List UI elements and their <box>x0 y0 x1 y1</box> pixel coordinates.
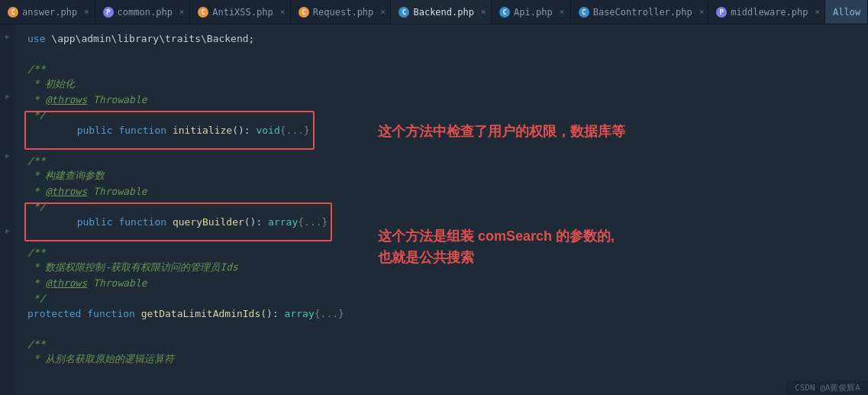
tab-bar: C answer.php × P common.php × C AntiXSS.… <box>0 0 868 24</box>
fn-getdatalimit: getDataLimitAdminIds <box>141 308 261 319</box>
comment-query: * 构建查询参数 <box>27 169 105 183</box>
tab-api[interactable]: C Api.php × <box>492 0 571 24</box>
tab-basecontroller[interactable]: C BaseController.php × <box>571 0 709 24</box>
tab-close-api[interactable]: × <box>560 7 565 17</box>
code-line-use: use \app\admin\library\traits\Backend; <box>15 31 868 46</box>
ty-array: array <box>285 308 315 319</box>
collapsed-body3: {...} <box>315 308 344 319</box>
code-line-comment1: /** <box>15 61 868 76</box>
tab-close-request[interactable]: × <box>380 7 386 17</box>
code-line-comment9: /** <box>15 244 868 260</box>
comment-datalimit: * 数据权限控制-获取有权限访问的管理员Ids <box>27 261 238 274</box>
tab-answer[interactable]: C answer.php × <box>0 0 95 24</box>
code-line-comment6: * 构建查询参数 <box>15 168 868 183</box>
code-line-initialize: public function initialize(): void{...} <box>15 122 868 138</box>
tab-close-answer[interactable]: × <box>84 7 89 17</box>
code-line-comment3: * @throws Throwable <box>15 92 868 107</box>
initialize-highlight: public function initialize(): void{...} <box>24 111 315 150</box>
tab-icon-backend: C <box>399 7 409 18</box>
kw-protected: protected <box>27 308 81 319</box>
code-line-blank4 <box>15 321 868 336</box>
tab-icon-api: C <box>499 7 510 18</box>
comment-throws1: * @throws Throwable <box>27 94 147 105</box>
comment-close3: */ <box>27 293 45 304</box>
comment-open1: /** <box>27 63 45 75</box>
fold-icon-3[interactable]: ▶ <box>2 150 13 160</box>
side-icons: ▶ ▶ ▶ ▶ <box>0 24 15 395</box>
code-text-use: use \app\admin\library\traits\Backend; <box>27 33 254 44</box>
tab-request[interactable]: C Request.php × <box>291 0 392 24</box>
comment-logic: * 从别名获取原始的逻辑运算符 <box>27 352 174 366</box>
bottom-bar-text: CSDN @A黄俊辉A <box>795 383 860 393</box>
code-line-comment7: * @throws Throwable <box>15 183 868 199</box>
code-line-comment10: * 数据权限控制-获取有权限访问的管理员Ids <box>15 260 868 275</box>
tab-label-allow: Allow <box>833 7 860 18</box>
tab-middleware[interactable]: P middleware.php × <box>708 0 825 24</box>
fold-icon-1[interactable]: ▶ <box>2 31 13 41</box>
tab-label-backend: Backend.php <box>413 7 473 18</box>
querybuilder-highlight: public function queryBuilder(): array{..… <box>24 202 332 241</box>
comment-open2: /** <box>27 155 45 167</box>
code-line-querybuilder: public function queryBuilder(): array{..… <box>15 214 868 229</box>
comment-init: * 初始化 <box>27 77 75 91</box>
fold-icon-4[interactable]: ▶ <box>2 225 13 235</box>
tab-icon-middleware: P <box>716 7 727 18</box>
code-line-comment5: /** <box>15 153 868 168</box>
tab-antixss[interactable]: C AntiXSS.php × <box>190 0 291 24</box>
code-area: use \app\admin\library\traits\Backend; /… <box>15 24 868 395</box>
code-line-getdatalimit: protected function getDataLimitAdminIds … <box>15 306 868 321</box>
tab-icon-antixss: C <box>198 7 208 18</box>
code-line-comment13: /** <box>15 336 868 351</box>
tab-icon-basecontroller: C <box>579 7 589 18</box>
comment-throws2: * @throws Throwable <box>27 186 147 197</box>
tab-close-backend[interactable]: × <box>481 7 486 17</box>
tab-close-common[interactable]: × <box>179 7 185 17</box>
comment-open4: /** <box>27 338 45 350</box>
code-line-comment2: * 初始化 <box>15 76 868 92</box>
tab-label-common: common.php <box>118 7 173 18</box>
tab-label-answer: answer.php <box>22 7 77 18</box>
code-line-comment14: * 从别名获取原始的逻辑运算符 <box>15 351 868 367</box>
tab-label-api: Api.php <box>514 7 553 18</box>
tab-label-basecontroller: BaseController.php <box>593 7 692 18</box>
comment-open3: /** <box>27 247 45 258</box>
code-line-comment12: */ <box>15 290 868 306</box>
code-line-blank1 <box>15 46 868 61</box>
tab-common[interactable]: P common.php × <box>95 0 191 24</box>
tab-label-antixss: AntiXSS.php <box>212 7 273 18</box>
comment-throws3: * @throws Throwable <box>27 277 147 289</box>
tab-allow[interactable]: Allow <box>825 0 868 24</box>
main-area: ▶ ▶ ▶ ▶ use \app\admin\library\traits\Ba… <box>0 24 868 395</box>
tab-label-request: Request.php <box>313 7 373 18</box>
bottom-bar: CSDN @A黄俊辉A <box>787 380 868 395</box>
tab-close-middleware[interactable]: × <box>815 7 820 17</box>
tab-backend[interactable]: C Backend.php × <box>391 0 492 24</box>
tab-close-antixss[interactable]: × <box>280 7 286 17</box>
tab-label-middleware: middleware.php <box>731 7 808 18</box>
tab-icon-request: C <box>298 7 309 18</box>
tab-icon-common: P <box>103 7 114 18</box>
tab-close-basecontroller[interactable]: × <box>699 7 705 17</box>
fold-icon-2[interactable]: ▶ <box>2 90 13 101</box>
tab-icon-answer: C <box>8 7 18 18</box>
kw-function: function <box>87 308 135 319</box>
code-line-comment11: * @throws Throwable <box>15 275 868 290</box>
